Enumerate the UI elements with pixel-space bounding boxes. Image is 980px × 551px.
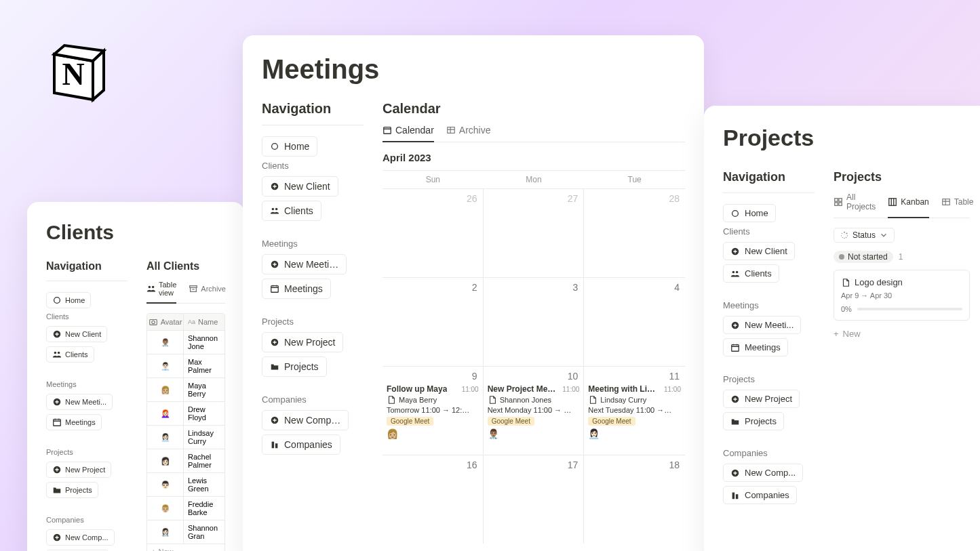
folder-icon xyxy=(730,417,740,426)
new-company-button[interactable]: New Comp… xyxy=(262,410,349,430)
table-row[interactable]: 👩🏻‍💼Lindsay Curry xyxy=(147,425,224,449)
new-client-button[interactable]: New Client xyxy=(46,326,107,342)
event-title: New Project Me… xyxy=(488,384,556,394)
new-company-button[interactable]: New Comp... xyxy=(723,464,803,482)
kanban-status-label[interactable]: Not started xyxy=(834,251,893,263)
status-filter-chip[interactable]: Status xyxy=(834,228,895,243)
meetings-button[interactable]: Meetings xyxy=(46,414,102,430)
calendar-event[interactable]: Meeting with Li…11:00 Lindsay Curry Next… xyxy=(588,384,681,439)
calendar-cell[interactable]: 2 xyxy=(383,278,484,366)
home-button[interactable]: Home xyxy=(723,204,776,222)
page-title: Clients xyxy=(46,221,225,244)
tab-table[interactable]: Table xyxy=(941,192,974,218)
new-meeting-button[interactable]: New Meeti… xyxy=(262,254,347,274)
calendar-cell[interactable]: 10 New Project Me…11:00 Shannon Jones Ne… xyxy=(484,367,585,455)
tab-calendar[interactable]: Calendar xyxy=(383,125,434,142)
tab-kanban[interactable]: Kanban xyxy=(888,192,928,218)
svg-rect-41 xyxy=(839,203,842,205)
calendar-event[interactable]: Follow up Maya11:00 Maya Berry Tomorrow … xyxy=(387,384,479,439)
new-project-button[interactable]: New Project xyxy=(262,332,343,352)
section-title: All Clients xyxy=(146,260,225,272)
calendar-event[interactable]: New Project Me…11:00 Shannon Jones Next … xyxy=(488,384,580,439)
table-row[interactable]: 👩🏼Maya Berry xyxy=(147,377,224,401)
group-label: Projects xyxy=(46,448,128,456)
svg-rect-24 xyxy=(272,442,275,449)
svg-point-51 xyxy=(842,233,842,234)
tab-all-projects[interactable]: All Projects xyxy=(834,192,876,218)
table-row[interactable]: 👨🏼Freddie Barke xyxy=(147,496,224,520)
new-company-button[interactable]: New Comp... xyxy=(46,529,115,546)
svg-point-31 xyxy=(736,270,739,273)
event-tag: Google Meet xyxy=(488,417,534,426)
calendar-cell[interactable]: 11 Meeting with Li…11:00 Lindsay Curry N… xyxy=(584,367,685,455)
projects-button[interactable]: Projects xyxy=(262,356,327,377)
calendar-cell[interactable]: 4 xyxy=(584,278,685,366)
svg-rect-37 xyxy=(736,494,739,499)
svg-rect-27 xyxy=(448,127,455,134)
home-button[interactable]: Home xyxy=(262,136,317,157)
kanban-card[interactable]: Logo design Apr 9 → Apr 30 0% xyxy=(834,270,970,321)
table-row[interactable]: 👨🏽‍⚕️Shannon Jone xyxy=(147,330,224,354)
new-project-button[interactable]: New Project xyxy=(723,390,800,408)
avatar-cell: 👨🏼 xyxy=(147,497,184,520)
event-person: Lindsay Curry xyxy=(588,395,681,405)
svg-rect-25 xyxy=(275,443,278,448)
calendar-cell[interactable]: 3 xyxy=(484,278,585,366)
svg-rect-6 xyxy=(54,420,61,426)
column-header-avatar[interactable]: Avatar xyxy=(147,314,184,330)
clients-button[interactable]: Clients xyxy=(723,264,779,283)
meetings-panel: Meetings Navigation Home Clients New Cli… xyxy=(243,35,704,551)
new-meeting-button[interactable]: New Meeti... xyxy=(723,316,801,334)
new-client-button[interactable]: New Client xyxy=(262,176,338,197)
home-button[interactable]: Home xyxy=(46,292,91,308)
clients-button[interactable]: Clients xyxy=(262,201,321,221)
svg-point-11 xyxy=(149,286,151,289)
camera-icon xyxy=(149,317,158,327)
calendar-cell[interactable]: 27 xyxy=(484,189,585,277)
plus-circle-icon xyxy=(730,321,740,330)
table-row[interactable]: 👩🏻‍⚕️Shannon Gran xyxy=(147,520,224,544)
companies-button[interactable]: Companies xyxy=(262,434,340,455)
notion-logo: N xyxy=(44,37,112,105)
calendar-cell[interactable]: 18 xyxy=(584,455,685,544)
folder-icon xyxy=(52,485,62,495)
calendar-cell[interactable]: 9 Follow up Maya11:00 Maya Berry Tomorro… xyxy=(383,367,484,455)
projects-button[interactable]: Projects xyxy=(46,482,98,498)
tab-table-view[interactable]: Table view xyxy=(146,281,176,304)
svg-point-50 xyxy=(841,235,842,236)
group-label: Clients xyxy=(262,161,364,171)
table-row[interactable]: 👨🏻Lewis Green xyxy=(147,472,224,496)
people-icon xyxy=(730,269,740,279)
avatar-emoji: 👨🏽‍⚕️ xyxy=(161,338,170,347)
circle-icon xyxy=(270,142,279,151)
tab-archive[interactable]: Archive xyxy=(189,281,226,304)
new-row-button[interactable]: +New xyxy=(147,544,224,551)
kanban-new-button[interactable]: +New xyxy=(834,326,970,342)
new-client-button[interactable]: New Client xyxy=(723,242,795,260)
plus-circle-icon xyxy=(730,247,740,256)
board-icon xyxy=(888,197,897,207)
calendar-cell[interactable]: 16 xyxy=(383,455,484,544)
chevron-down-icon xyxy=(879,230,888,240)
progress-bar xyxy=(857,308,962,310)
svg-rect-42 xyxy=(889,199,897,206)
table-row[interactable]: 👨🏻‍💼Max Palmer xyxy=(147,354,224,377)
column-header-name[interactable]: AaName xyxy=(184,314,224,330)
meetings-button[interactable]: Meetings xyxy=(723,338,788,356)
new-project-button[interactable]: New Project xyxy=(46,462,111,478)
calendar-cell[interactable]: 26 xyxy=(383,189,484,277)
companies-button[interactable]: Companies xyxy=(723,486,797,504)
calendar-cell[interactable]: 28 xyxy=(584,189,685,277)
new-meeting-button[interactable]: New Meeti... xyxy=(46,394,113,410)
svg-text:N: N xyxy=(62,57,84,91)
table-row[interactable]: 👩🏻‍🦰Drew Floyd xyxy=(147,401,224,425)
calendar-cell[interactable]: 17 xyxy=(484,455,585,544)
meetings-button[interactable]: Meetings xyxy=(262,279,331,299)
tab-archive[interactable]: Archive xyxy=(446,125,491,142)
projects-button[interactable]: Projects xyxy=(723,412,784,430)
group-label: Clients xyxy=(723,226,815,237)
table-row[interactable]: 👩🏻Rachel Palmer xyxy=(147,449,224,472)
svg-rect-43 xyxy=(942,199,949,205)
avatar-cell: 👩🏻 xyxy=(147,449,184,472)
clients-button[interactable]: Clients xyxy=(46,346,94,363)
